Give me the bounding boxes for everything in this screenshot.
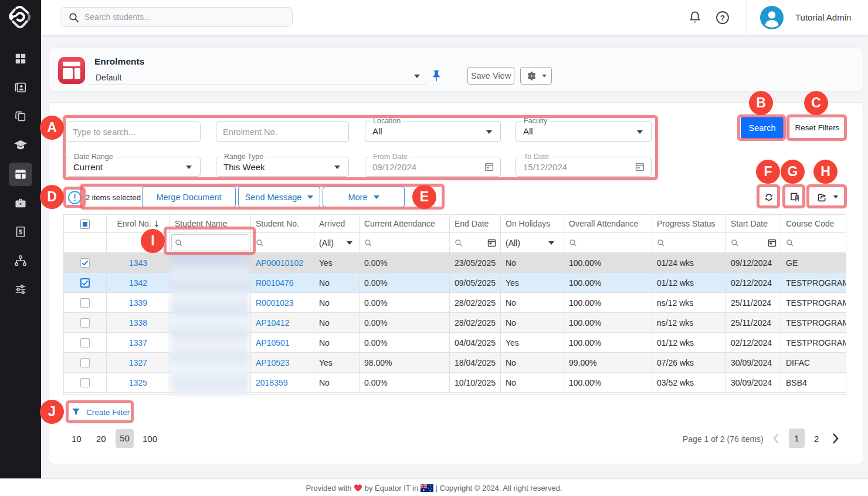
- svg-text:?: ?: [720, 14, 725, 22]
- svg-text:$: $: [19, 229, 22, 235]
